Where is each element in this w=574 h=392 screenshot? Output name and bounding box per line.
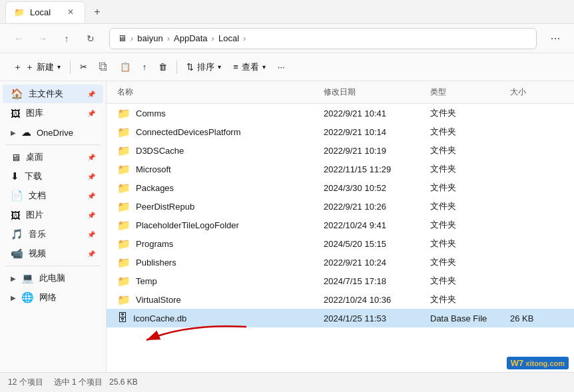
file-rows-container: 📁 Comms 2022/9/21 10:41 文件夹 📁 ConnectedD… xyxy=(107,104,574,327)
sidebar-item-home-label: 主文件夹 xyxy=(29,88,63,100)
header-date[interactable]: 修改日期 xyxy=(324,84,430,100)
file-name-label: ConnectedDevicesPlatform xyxy=(136,127,241,137)
sidebar-item-gallery-label: 图库 xyxy=(26,107,43,119)
table-row[interactable]: 📁 Microsoft 2022/11/15 11:29 文件夹 xyxy=(107,160,574,178)
file-name-cell: 📁 Temp xyxy=(117,275,324,288)
sidebar-item-pictures[interactable]: 🖼 图片 📌 xyxy=(3,206,103,224)
table-row[interactable]: 📁 Programs 2024/5/20 15:15 文件夹 xyxy=(107,234,574,253)
file-type: 文件夹 xyxy=(430,200,510,212)
refresh-button[interactable]: ↻ xyxy=(80,28,101,49)
downloads-icon: ⬇ xyxy=(11,170,19,182)
sidebar-item-pictures-label: 图片 xyxy=(26,209,43,221)
sidebar-item-desktop[interactable]: 🖥 桌面 📌 xyxy=(3,148,103,166)
view-icon: ≡ xyxy=(233,62,238,72)
table-row[interactable]: 📁 PeerDistRepub 2022/9/21 10:26 文件夹 xyxy=(107,197,574,216)
folder-icon: 📁 xyxy=(117,182,131,194)
file-name-cell: 📁 D3DSCache xyxy=(117,144,324,157)
file-name-cell: 🗄 IconCache.db xyxy=(117,312,324,324)
sidebar-item-music[interactable]: 🎵 音乐 📌 xyxy=(3,225,103,244)
onedrive-icon: ☁ xyxy=(21,126,31,138)
file-date: 2024/1/25 11:53 xyxy=(324,313,430,323)
file-name-cell: 📁 Publishers xyxy=(117,256,324,269)
sidebar-item-network[interactable]: ▶ 🌐 网络 xyxy=(3,288,103,307)
sidebar-item-network-label: 网络 xyxy=(39,292,57,303)
sidebar-item-onedrive[interactable]: ▶ ☁ OneDrive xyxy=(3,123,103,142)
cmd-divider-2 xyxy=(176,61,177,74)
file-name-label: PeerDistRepub xyxy=(136,202,194,212)
new-tab-button[interactable]: + xyxy=(88,3,107,21)
share-icon: ↑ xyxy=(143,62,147,72)
table-row[interactable]: 📁 VirtualStore 2022/10/24 10:36 文件夹 xyxy=(107,290,574,309)
folder-icon: 📁 xyxy=(117,163,131,176)
desktop-pin-icon: 📌 xyxy=(87,154,95,161)
sidebar-item-home[interactable]: 🏠 主文件夹 📌 xyxy=(3,85,103,103)
file-name-cell: 📁 PlaceholderTileLogoFolder xyxy=(117,219,324,232)
status-bar: 12 个项目 选中 1 个项目 25.6 KB xyxy=(0,372,574,392)
sidebar-item-videos[interactable]: 📹 视频 📌 xyxy=(3,244,103,263)
view-button[interactable]: ≡ 查看 ▾ xyxy=(228,58,271,77)
table-row[interactable]: 📁 D3DSCache 2022/9/21 10:19 文件夹 xyxy=(107,141,574,160)
address-bar[interactable]: 🖥 › baiyun › AppData › Local › xyxy=(109,28,537,49)
file-name-cell: 📁 Packages xyxy=(117,182,324,194)
sort-label: 排序 xyxy=(197,61,214,73)
file-area: 名称 修改日期 类型 大小 📁 Comms 2022/9/21 10:41 文件… xyxy=(107,81,574,372)
new-icon: ＋ xyxy=(13,61,22,73)
folder-icon: 📁 xyxy=(117,200,131,213)
tab-close-button[interactable]: ✕ xyxy=(65,6,77,18)
delete-button[interactable]: 🗑 xyxy=(153,59,172,75)
watermark-suffix: xitong.com xyxy=(525,359,565,367)
file-date: 2022/9/21 10:19 xyxy=(324,146,430,156)
file-type: 文件夹 xyxy=(430,163,510,175)
file-name-label: Packages xyxy=(136,183,174,193)
up-button[interactable]: ↑ xyxy=(56,28,77,49)
back-button[interactable]: ← xyxy=(8,28,29,49)
tab-folder-icon: 📁 xyxy=(14,7,25,17)
new-button[interactable]: ＋ ＋ 新建 ▾ xyxy=(8,58,66,77)
table-row[interactable]: 🗄 IconCache.db 2024/1/25 11:53 Data Base… xyxy=(107,309,574,327)
header-name[interactable]: 名称 xyxy=(117,84,324,100)
paste-button[interactable]: 📋 xyxy=(115,59,136,75)
file-type: 文件夹 xyxy=(430,126,510,138)
more-cmd-button[interactable]: ··· xyxy=(272,59,290,75)
sidebar-item-pc[interactable]: ▶ 💻 此电脑 xyxy=(3,269,103,288)
music-pin-icon: 📌 xyxy=(87,231,95,238)
table-row[interactable]: 📁 ConnectedDevicesPlatform 2022/9/21 10:… xyxy=(107,122,574,141)
folder-icon: 📁 xyxy=(117,294,131,306)
file-name-cell: 📁 Comms xyxy=(117,107,324,120)
table-row[interactable]: 📁 PlaceholderTileLogoFolder 2022/10/24 9… xyxy=(107,216,574,234)
main-layout: 🏠 主文件夹 📌 🖼 图库 📌 ▶ ☁ OneDrive 🖥 桌面 📌 ⬇ 下载… xyxy=(0,81,574,372)
file-date: 2022/9/21 10:26 xyxy=(324,202,430,212)
desktop-icon: 🖥 xyxy=(11,152,21,163)
sidebar-item-gallery[interactable]: 🖼 图库 📌 xyxy=(3,104,103,122)
table-row[interactable]: 📁 Comms 2022/9/21 10:41 文件夹 xyxy=(107,104,574,122)
tab-local[interactable]: 📁 Local ✕ xyxy=(5,1,85,23)
file-date: 2022/9/21 10:41 xyxy=(324,108,430,118)
forward-button[interactable]: → xyxy=(32,28,53,49)
expand-icon: ▶ xyxy=(11,129,16,136)
copy-button[interactable]: ⿻ xyxy=(94,59,113,75)
cut-button[interactable]: ✂ xyxy=(75,59,93,75)
sidebar-item-documents-label: 文档 xyxy=(29,190,46,202)
file-name-label: Publishers xyxy=(136,258,176,268)
header-type[interactable]: 类型 xyxy=(430,84,510,100)
address-part-appdata: AppData xyxy=(174,33,208,43)
gallery-pin-icon: 📌 xyxy=(87,110,95,117)
header-size[interactable]: 大小 xyxy=(510,84,563,100)
file-type: 文件夹 xyxy=(430,294,510,305)
network-expand-icon: ▶ xyxy=(11,294,16,301)
file-header: 名称 修改日期 类型 大小 xyxy=(107,81,574,104)
file-name-label: PlaceholderTileLogoFolder xyxy=(136,220,239,230)
table-row[interactable]: 📁 Temp 2024/7/15 17:18 文件夹 xyxy=(107,272,574,290)
file-type: 文件夹 xyxy=(430,182,510,194)
downloads-pin-icon: 📌 xyxy=(87,173,95,180)
documents-pin-icon: 📌 xyxy=(87,192,95,200)
sidebar-item-downloads[interactable]: ⬇ 下载 📌 xyxy=(3,167,103,186)
sort-button[interactable]: ⇅ 排序 ▾ xyxy=(181,58,226,77)
sidebar-item-documents[interactable]: 📄 文档 📌 xyxy=(3,186,103,205)
more-options-button[interactable]: ··· xyxy=(545,28,566,49)
file-name-cell: 📁 PeerDistRepub xyxy=(117,200,324,213)
table-row[interactable]: 📁 Packages 2024/3/30 10:52 文件夹 xyxy=(107,178,574,197)
share-button[interactable]: ↑ xyxy=(137,59,152,75)
file-icon: 🗄 xyxy=(117,312,128,324)
table-row[interactable]: 📁 Publishers 2022/9/21 10:24 文件夹 xyxy=(107,253,574,272)
